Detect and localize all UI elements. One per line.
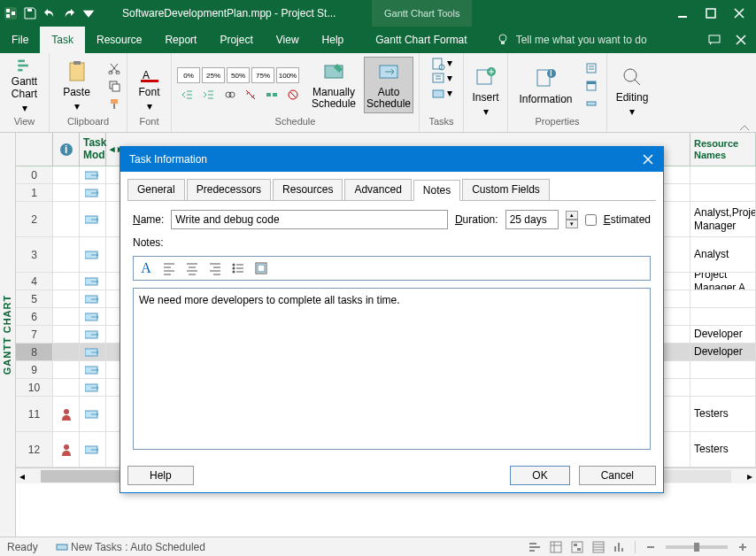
task-mode-cell[interactable]: [80, 184, 106, 201]
resource-cell[interactable]: Developer: [690, 326, 756, 343]
cancel-button[interactable]: Cancel: [579, 466, 656, 485]
resource-cell[interactable]: Analyst: [690, 237, 756, 272]
header-task-mode[interactable]: Task Mod: [80, 133, 106, 166]
pct-75[interactable]: 75%: [251, 67, 274, 83]
task-mode-cell[interactable]: [80, 166, 106, 183]
align-center-button[interactable]: [181, 259, 203, 278]
row-number[interactable]: 3: [16, 237, 53, 272]
row-number[interactable]: 9: [16, 361, 53, 378]
view-task-usage-icon[interactable]: [550, 541, 562, 553]
view-resource-sheet-icon[interactable]: [592, 541, 605, 553]
tab-help[interactable]: Help: [311, 27, 356, 53]
qat-dropdown-icon[interactable]: [81, 6, 96, 20]
info-cell[interactable]: [53, 432, 80, 467]
row-number[interactable]: 8: [16, 344, 53, 360]
view-team-planner-icon[interactable]: [571, 541, 583, 553]
task-mode-cell[interactable]: [80, 397, 106, 431]
view-report-icon[interactable]: [613, 541, 626, 553]
pct-0[interactable]: 0%: [177, 67, 200, 83]
information-button[interactable]: i Information: [514, 58, 578, 114]
task-mode-cell[interactable]: [80, 308, 106, 325]
duration-spinner[interactable]: ▴▾: [566, 211, 578, 228]
align-right-button[interactable]: [204, 259, 226, 278]
resource-cell[interactable]: [690, 290, 756, 307]
inspect-button[interactable]: ▾: [431, 57, 452, 71]
tab-report[interactable]: Report: [153, 27, 208, 53]
link-button[interactable]: [220, 87, 239, 103]
dialog-tab-predecessors[interactable]: Predecessors: [187, 179, 271, 200]
info-cell[interactable]: [53, 184, 80, 201]
feedback-icon[interactable]: [708, 34, 721, 46]
row-number[interactable]: 4: [16, 273, 53, 290]
insert-object-button[interactable]: [251, 259, 272, 278]
minimize-icon[interactable]: [676, 7, 689, 19]
editing-button[interactable]: Editing▾: [608, 63, 656, 120]
align-left-button[interactable]: [158, 259, 180, 278]
header-rownum[interactable]: [16, 133, 53, 166]
close-pane-icon[interactable]: [735, 34, 747, 46]
info-cell[interactable]: [53, 202, 80, 236]
mode-button[interactable]: ▾: [431, 87, 452, 101]
split-button[interactable]: [262, 87, 282, 103]
auto-schedule-button[interactable]: Auto Schedule: [364, 57, 413, 113]
tab-task[interactable]: Task: [40, 27, 85, 53]
move-button[interactable]: ▾: [431, 72, 452, 86]
info-cell[interactable]: [53, 308, 80, 325]
resource-cell[interactable]: Testers: [690, 397, 756, 431]
font-button[interactable]: A Font▾: [126, 58, 174, 114]
timeline-button[interactable]: [582, 96, 601, 112]
pct-25[interactable]: 25%: [202, 67, 225, 83]
resource-cell[interactable]: [690, 379, 756, 396]
task-mode-cell[interactable]: [80, 361, 106, 378]
notes-button[interactable]: [582, 60, 601, 76]
info-cell[interactable]: [53, 361, 80, 378]
resource-cell[interactable]: [690, 308, 756, 325]
help-button[interactable]: Help: [127, 466, 194, 485]
resource-cell[interactable]: Analyst,Project Manager: [690, 202, 756, 236]
font-format-button[interactable]: A: [135, 259, 157, 278]
header-resource[interactable]: Resource Names: [690, 133, 756, 166]
task-mode-cell[interactable]: [80, 237, 106, 272]
dialog-tab-notes[interactable]: Notes: [413, 180, 460, 201]
tell-me-search[interactable]: Tell me what you want to do: [497, 34, 647, 46]
row-number[interactable]: 1: [16, 184, 53, 201]
task-mode-cell[interactable]: [80, 379, 106, 396]
task-mode-cell[interactable]: [80, 202, 106, 236]
outdent-button[interactable]: [177, 87, 197, 103]
zoom-in-icon[interactable]: [737, 541, 749, 553]
format-painter-button[interactable]: [104, 96, 124, 112]
resource-cell[interactable]: [690, 166, 756, 183]
dialog-tab-custom[interactable]: Custom Fields: [462, 179, 550, 200]
save-icon[interactable]: [23, 6, 37, 20]
dialog-tab-resources[interactable]: Resources: [273, 179, 343, 200]
row-number[interactable]: 11: [16, 397, 53, 431]
maximize-icon[interactable]: [705, 7, 717, 19]
view-gantt-icon[interactable]: [528, 541, 541, 553]
gantt-chart-button[interactable]: Gantt Chart ▾: [1, 58, 49, 114]
notes-textarea[interactable]: We need more developers to complete all …: [133, 288, 651, 450]
zoom-out-icon[interactable]: [644, 541, 657, 553]
resource-cell[interactable]: Project Manager,A: [690, 273, 756, 290]
estimated-checkbox[interactable]: [585, 214, 597, 226]
info-cell[interactable]: [53, 273, 80, 290]
pct-50[interactable]: 50%: [227, 67, 250, 83]
tab-project[interactable]: Project: [208, 27, 264, 53]
redo-icon[interactable]: [62, 6, 76, 20]
gantt-chart-label[interactable]: GANTT CHART: [0, 133, 16, 537]
tab-format[interactable]: Gantt Chart Format: [364, 27, 478, 53]
row-number[interactable]: 0: [16, 166, 53, 183]
resource-cell[interactable]: [690, 184, 756, 201]
row-number[interactable]: 6: [16, 308, 53, 325]
task-mode-cell[interactable]: [80, 273, 106, 290]
info-cell[interactable]: [53, 326, 80, 343]
duration-input[interactable]: [505, 210, 559, 229]
details-button[interactable]: [582, 78, 601, 94]
tab-resource[interactable]: Resource: [85, 27, 153, 53]
header-info[interactable]: i: [53, 133, 80, 166]
tab-file[interactable]: File: [0, 27, 40, 53]
info-cell[interactable]: [53, 397, 80, 431]
info-cell[interactable]: [53, 379, 80, 396]
dialog-tab-advanced[interactable]: Advanced: [344, 179, 411, 200]
row-number[interactable]: 7: [16, 326, 53, 343]
bullet-list-button[interactable]: [228, 259, 249, 278]
